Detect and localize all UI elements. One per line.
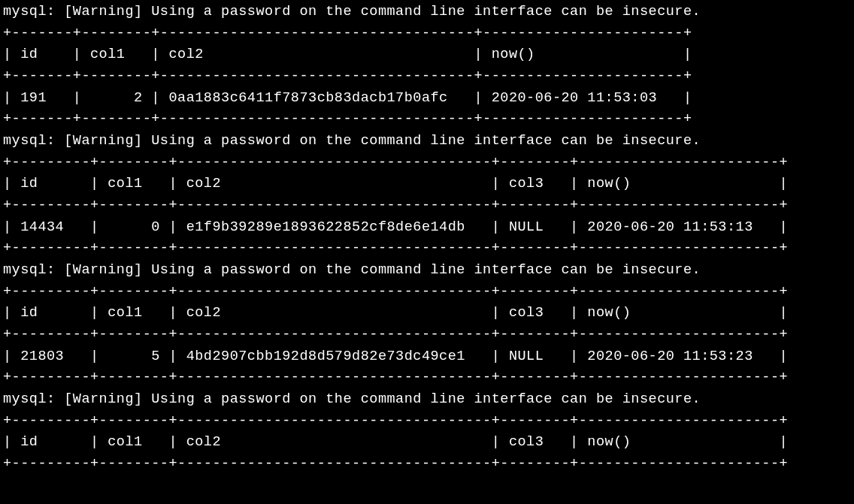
terminal-output: mysql: [Warning] Using a password on the…	[0, 0, 854, 477]
